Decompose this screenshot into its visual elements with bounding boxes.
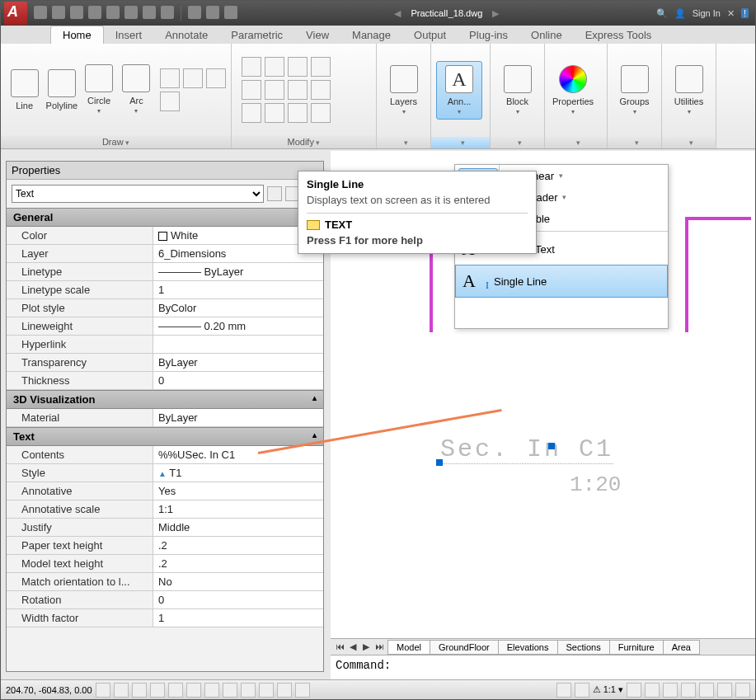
tab-next-icon[interactable]: ▶ bbox=[360, 641, 372, 652]
prop-val-hyperlink[interactable] bbox=[153, 336, 323, 353]
rotate-icon[interactable] bbox=[265, 57, 284, 77]
spline-icon[interactable] bbox=[183, 68, 203, 88]
qat-cloud-icon[interactable] bbox=[224, 6, 237, 19]
prop-val-ltscale[interactable]: 1 bbox=[153, 281, 323, 298]
clean-screen-icon[interactable] bbox=[735, 683, 750, 698]
grip-icon[interactable] bbox=[548, 443, 555, 449]
prop-val-linetype[interactable]: ———— ByLayer bbox=[153, 263, 323, 280]
dyn-icon[interactable] bbox=[223, 683, 237, 698]
arc-button[interactable]: Arc ▾ bbox=[118, 61, 155, 118]
quick-view-icon[interactable] bbox=[575, 683, 589, 698]
coordinates-readout[interactable]: 204.70, -604.83, 0.00 bbox=[6, 685, 92, 695]
layout-tab-area[interactable]: Area bbox=[663, 640, 700, 655]
drawing-scale-text[interactable]: 1:20 bbox=[570, 472, 621, 497]
tab-first-icon[interactable]: ⏮ bbox=[334, 641, 345, 652]
tab-plugins[interactable]: Plug-ins bbox=[458, 26, 519, 44]
qat-text-icon[interactable] bbox=[206, 6, 219, 19]
prop-val-justify[interactable]: Middle bbox=[153, 519, 323, 536]
mirror-icon[interactable] bbox=[265, 80, 284, 100]
polar-icon[interactable] bbox=[150, 683, 165, 698]
erase-icon[interactable] bbox=[311, 103, 331, 123]
osnap-icon[interactable] bbox=[168, 683, 183, 698]
ducs-icon[interactable] bbox=[204, 683, 219, 698]
prop-val-contents[interactable]: %%USec. In C1 bbox=[153, 446, 323, 463]
panel-drop-ann[interactable] bbox=[431, 137, 490, 148]
prop-val-annotative[interactable]: Yes bbox=[153, 482, 323, 500]
properties-button[interactable]: Properties▾ bbox=[550, 62, 596, 119]
prop-val-transparency[interactable]: ByLayer bbox=[153, 354, 323, 371]
section-general-header[interactable]: General▴ bbox=[7, 208, 323, 227]
prop-val-thickness[interactable]: 0 bbox=[153, 372, 323, 389]
tab-manage[interactable]: Manage bbox=[340, 26, 402, 44]
snap-icon[interactable] bbox=[96, 683, 110, 698]
qat-print-icon[interactable] bbox=[124, 6, 138, 19]
scale-icon[interactable] bbox=[265, 103, 284, 123]
block-button[interactable]: Block▾ bbox=[495, 62, 539, 119]
line-button[interactable]: Line bbox=[6, 66, 43, 114]
prop-val-lineweight[interactable]: ———— 0.20 mm bbox=[153, 317, 323, 335]
model-space-icon[interactable] bbox=[556, 683, 571, 698]
qat-layout-icon[interactable] bbox=[188, 6, 201, 19]
tab-prev-icon[interactable]: ◀ bbox=[347, 641, 359, 652]
hardware-accel-icon[interactable] bbox=[699, 683, 714, 698]
polyline-button[interactable]: Polyline bbox=[43, 66, 80, 114]
prop-val-rotation[interactable]: 0 bbox=[153, 591, 323, 608]
isolate-icon[interactable] bbox=[717, 683, 732, 698]
panel-label-draw[interactable]: Draw bbox=[1, 135, 231, 148]
command-line[interactable]: Command: bbox=[331, 655, 755, 679]
sign-in-link[interactable]: Sign In bbox=[693, 8, 721, 18]
offset-icon[interactable] bbox=[288, 103, 308, 123]
sc-icon[interactable] bbox=[295, 683, 310, 698]
prop-val-material[interactable]: ByLayer bbox=[153, 409, 323, 426]
prop-val-annoscale[interactable]: 1:1 bbox=[153, 500, 323, 518]
help-icon[interactable]: ! bbox=[741, 8, 749, 18]
grip-icon[interactable] bbox=[436, 459, 443, 466]
panel-drop-layers[interactable] bbox=[377, 137, 430, 148]
user-icon[interactable]: 👤 bbox=[674, 8, 686, 19]
groups-button[interactable]: Groups▾ bbox=[613, 62, 656, 119]
lock-ui-icon[interactable] bbox=[681, 683, 696, 698]
prop-val-plotstyle[interactable]: ByColor bbox=[153, 299, 323, 317]
exchange-icon[interactable]: ✕ bbox=[727, 8, 735, 19]
prop-val-widthfactor[interactable]: 1 bbox=[153, 609, 323, 627]
tab-annotate[interactable]: Annotate bbox=[153, 26, 219, 44]
qat-save-icon[interactable] bbox=[70, 6, 83, 19]
panel-label-modify[interactable]: Modify bbox=[232, 135, 376, 148]
section-text-header[interactable]: Text▴ bbox=[7, 427, 323, 446]
copy-icon[interactable] bbox=[242, 80, 261, 100]
panel-drop-utilities[interactable] bbox=[662, 137, 716, 148]
layout-tab-elevations[interactable]: Elevations bbox=[498, 640, 558, 655]
annovis-icon[interactable] bbox=[627, 683, 641, 698]
panel-drop-block[interactable] bbox=[491, 137, 544, 148]
qat-plot-icon[interactable] bbox=[106, 6, 120, 19]
app-logo-icon[interactable] bbox=[4, 2, 27, 25]
qat-saveas-icon[interactable] bbox=[88, 6, 101, 19]
panel-drop-properties[interactable] bbox=[545, 137, 607, 148]
layout-tab-sections[interactable]: Sections bbox=[557, 640, 610, 655]
prop-val-matchorient[interactable]: No bbox=[153, 573, 323, 590]
annotation-button[interactable]: AAnn...▾ bbox=[436, 61, 482, 120]
tab-output[interactable]: Output bbox=[402, 26, 458, 44]
prop-val-paperheight[interactable]: .2 bbox=[153, 537, 323, 554]
workspace-icon[interactable] bbox=[663, 683, 678, 698]
otrack-icon[interactable] bbox=[186, 683, 201, 698]
qat-new-icon[interactable] bbox=[34, 6, 47, 19]
prop-val-modelheight[interactable]: .2 bbox=[153, 555, 323, 572]
circle-button[interactable]: Circle ▾ bbox=[81, 61, 118, 118]
array-icon[interactable] bbox=[311, 80, 331, 100]
qat-undo-icon[interactable] bbox=[143, 6, 156, 19]
tab-parametric[interactable]: Parametric bbox=[219, 26, 294, 44]
stretch-icon[interactable] bbox=[242, 103, 261, 123]
lwt-icon[interactable] bbox=[241, 683, 256, 698]
rect-icon[interactable] bbox=[160, 68, 180, 88]
object-type-select[interactable]: Text bbox=[12, 185, 264, 203]
qat-redo-icon[interactable] bbox=[161, 6, 174, 19]
drawing-text-object[interactable]: Sec. In C1 bbox=[440, 435, 613, 464]
search-icon[interactable]: 🔍 bbox=[656, 8, 668, 19]
single-line-text-item[interactable]: AI Single Line bbox=[455, 265, 668, 298]
qp-icon[interactable] bbox=[277, 683, 292, 698]
annoscale-readout[interactable]: ⚠ 1:1 ▾ bbox=[593, 684, 623, 695]
fillet-icon[interactable] bbox=[288, 80, 308, 100]
tab-online[interactable]: Online bbox=[519, 26, 574, 44]
section-3dviz-header[interactable]: 3D Visualization▴ bbox=[7, 390, 323, 409]
